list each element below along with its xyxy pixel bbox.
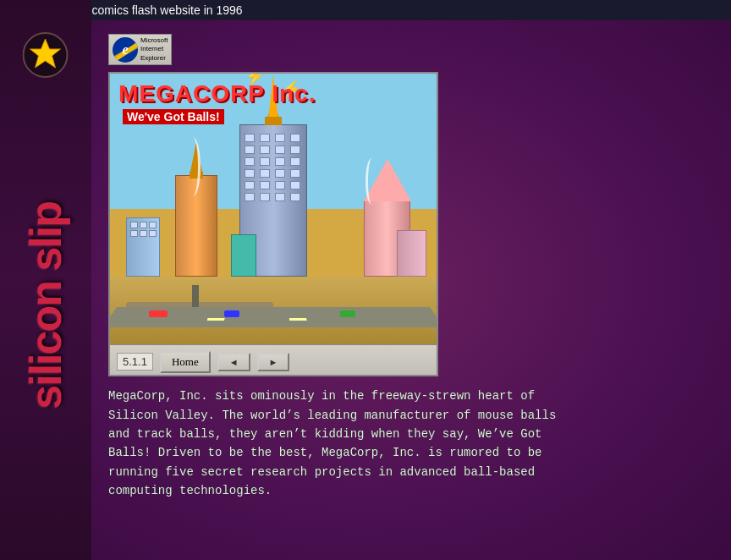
building-windows: [245, 134, 302, 201]
home-button[interactable]: Home: [160, 351, 211, 373]
building-small-left: [126, 217, 160, 277]
main-content: e Microsoft Internet Explorer MEGACORP I…: [91, 25, 731, 560]
ie-logo[interactable]: e Microsoft Internet Explorer: [108, 34, 172, 65]
scene-container: ⚡ ⚡: [110, 116, 437, 344]
ie-line2: Internet: [140, 45, 168, 53]
sidebar-vertical-text: silicon slip: [24, 202, 68, 409]
road-line-1: [207, 318, 225, 321]
building-teal: [231, 234, 256, 277]
flash-canvas: MEGACORP Inc. We've Got Balls!: [110, 74, 437, 344]
smoke-right: [366, 158, 378, 205]
megacorp-subtitle: We've Got Balls!: [123, 109, 224, 124]
ie-line1: Microsoft: [140, 36, 168, 45]
flash-viewer[interactable]: MEGACORP Inc. We've Got Balls!: [108, 72, 438, 376]
building-far-right: [397, 230, 426, 277]
flash-toolbar: 5.1.1 Home ◄ ►: [110, 344, 437, 376]
ie-line3: Explorer: [140, 54, 168, 63]
road-line-2: [289, 318, 307, 321]
description-text: MegaCorp, Inc. sits ominously in the fre…: [108, 387, 574, 500]
car-3: [340, 310, 355, 317]
ie-logo-inner: e Microsoft Internet Explorer: [113, 36, 168, 63]
car-2: [224, 310, 239, 317]
sidebar: silicon slip: [0, 0, 91, 560]
nav-back-button[interactable]: ◄: [217, 353, 250, 371]
car-1: [149, 310, 168, 317]
sidebar-logo: [23, 32, 69, 79]
title-bar: The Silicon Slip comics flash website in…: [0, 0, 731, 20]
description: MegaCorp, Inc. sits ominously in the fre…: [108, 387, 574, 500]
nav-forward-button[interactable]: ►: [257, 353, 290, 371]
toolbar-version: 5.1.1: [117, 353, 153, 371]
megacorp-title: MEGACORP Inc.: [118, 80, 316, 107]
smoke-left: [185, 137, 201, 196]
ie-icon: e: [113, 37, 138, 63]
spire-base: [265, 117, 282, 125]
